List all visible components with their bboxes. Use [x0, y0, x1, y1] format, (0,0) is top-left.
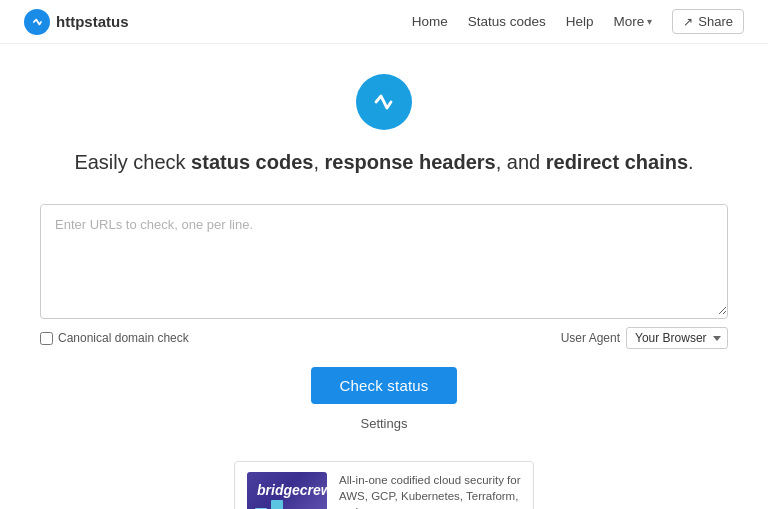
nav-more-dropdown[interactable]: More ▾	[614, 14, 653, 29]
user-agent-select[interactable]: Your Browser Googlebot Bingbot Mobile Cu…	[626, 327, 728, 349]
ad-logo-text: bridgecrew	[257, 482, 327, 498]
main-content: Easily check status codes, response head…	[0, 44, 768, 509]
ad-bar-2	[271, 500, 283, 509]
headline-bold2: response headers	[325, 151, 496, 173]
hero-icon	[356, 74, 412, 130]
headline-mid2: , and	[496, 151, 546, 173]
url-input-container	[40, 204, 728, 319]
options-row: Canonical domain check User Agent Your B…	[40, 327, 728, 349]
ad-image-inner: bridgecrew	[251, 476, 323, 509]
headline-end: .	[688, 151, 694, 173]
nav-links: Home Status codes Help More ▾ ↗ Share	[412, 9, 744, 34]
headline: Easily check status codes, response head…	[74, 148, 693, 176]
share-button[interactable]: ↗ Share	[672, 9, 744, 34]
headline-pre: Easily check	[74, 151, 191, 173]
headline-mid1: ,	[313, 151, 324, 173]
brand-logo-group[interactable]: httpstatus	[24, 9, 129, 35]
canonical-check-input[interactable]	[40, 332, 53, 345]
user-agent-group: User Agent Your Browser Googlebot Bingbo…	[561, 327, 728, 349]
nav-home[interactable]: Home	[412, 14, 448, 29]
chevron-down-icon: ▾	[647, 16, 652, 27]
url-textarea[interactable]	[41, 205, 727, 315]
headline-bold3: redirect chains	[546, 151, 688, 173]
brand-name: httpstatus	[56, 13, 129, 30]
ad-card[interactable]: bridgecrew All-in-one codified cloud sec…	[234, 461, 534, 509]
settings-link[interactable]: Settings	[361, 416, 408, 431]
navbar: httpstatus Home Status codes Help More ▾…	[0, 0, 768, 44]
canonical-check-label[interactable]: Canonical domain check	[40, 331, 189, 345]
share-icon: ↗	[683, 15, 693, 29]
ad-description: All-in-one codified cloud security for A…	[339, 472, 521, 509]
user-agent-label: User Agent	[561, 331, 620, 345]
canonical-check-text: Canonical domain check	[58, 331, 189, 345]
ad-image: bridgecrew	[247, 472, 327, 509]
nav-help[interactable]: Help	[566, 14, 594, 29]
ad-text-block: All-in-one codified cloud security for A…	[339, 472, 521, 509]
check-status-button[interactable]: Check status	[311, 367, 456, 404]
headline-bold1: status codes	[191, 151, 313, 173]
nav-status-codes[interactable]: Status codes	[468, 14, 546, 29]
brand-icon	[24, 9, 50, 35]
